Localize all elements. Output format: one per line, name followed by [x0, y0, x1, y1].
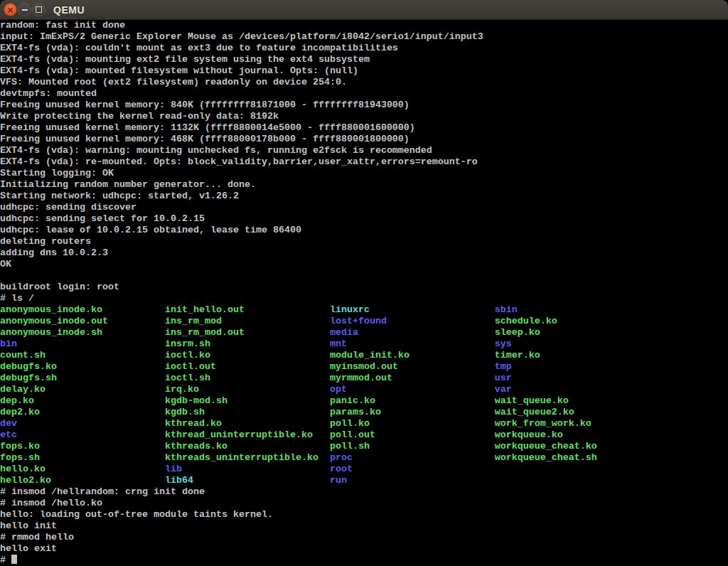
terminal-line: Freeing unused kernel memory: 840K (ffff…	[0, 100, 728, 111]
close-icon: ×	[6, 6, 14, 14]
terminal-line: anonymous_inode.sh ins_rm_mod.out media …	[0, 327, 728, 338]
terminal-line: dev kthread.ko poll.ko work_from_work.ko	[0, 418, 728, 429]
terminal-line: Initializing random number generator... …	[0, 179, 728, 191]
terminal-line: udhcpc: sending discover	[0, 202, 728, 213]
terminal-line: Write protecting the kernel read-only da…	[0, 111, 728, 122]
terminal-line: adding dns 10.0.2.3	[0, 247, 728, 259]
terminal-line: debugfs.ko ioctl.out myinsmod.out tmp	[0, 361, 728, 373]
terminal-line: EXT4-fs (vda): mounted filesystem withou…	[0, 65, 728, 77]
terminal-line: # insmod /hellrandom: crng init done	[0, 486, 728, 498]
terminal-line: EXT4-fs (vda): mounting ext2 file system…	[0, 54, 728, 65]
minimize-icon	[22, 9, 28, 11]
terminal-line: EXT4-fs (vda): couldn't mount as ext3 du…	[0, 43, 728, 54]
terminal-line: Freeing unused kernel memory: 1132K (fff…	[0, 122, 728, 134]
terminal-line: etc kthread_uninterruptible.ko poll.out …	[0, 429, 728, 441]
terminal-line: hello: loading out-of-tree module taints…	[0, 509, 728, 520]
close-button[interactable]: ×	[4, 3, 17, 16]
terminal-line: random: fast init done	[0, 20, 728, 31]
terminal-line: delay.ko irq.ko opt var	[0, 384, 728, 395]
terminal-line: buildroot login: root	[0, 282, 728, 293]
terminal-line: #	[0, 555, 728, 566]
qemu-window: × QEMU random: fast init doneinput: ImEx…	[0, 0, 728, 566]
terminal-cursor	[11, 555, 17, 564]
terminal-line: input: ImExPS/2 Generic Explorer Mouse a…	[0, 31, 728, 43]
terminal-line: udhcpc: lease of 10.0.2.15 obtained, lea…	[0, 225, 728, 236]
terminal-line	[0, 270, 728, 282]
terminal-line: EXT4-fs (vda): warning: mounting uncheck…	[0, 145, 728, 156]
terminal-line: # ls /	[0, 293, 728, 304]
terminal-line: hello init	[0, 520, 728, 532]
terminal-line: count.sh ioctl.ko module_init.ko timer.k…	[0, 350, 728, 361]
terminal-line: fops.ko kthreads.ko poll.sh workqueue_ch…	[0, 441, 728, 452]
window-title: QEMU	[53, 4, 85, 16]
terminal-line: devtmpfs: mounted	[0, 88, 728, 100]
terminal-line: dep2.ko kgdb.sh params.ko wait_queue2.ko	[0, 407, 728, 418]
terminal-line: deleting routers	[0, 236, 728, 247]
terminal-line: OK	[0, 259, 728, 270]
terminal-screen[interactable]: random: fast init doneinput: ImExPS/2 Ge…	[0, 20, 728, 566]
maximize-icon	[36, 6, 42, 13]
terminal-line: Starting network: udhcpc: started, v1.26…	[0, 191, 728, 202]
minimize-button[interactable]	[18, 3, 31, 16]
window-titlebar[interactable]: × QEMU	[0, 0, 728, 20]
terminal-line: udhcpc: sending select for 10.0.2.15	[0, 213, 728, 225]
terminal-line: Freeing unused kernel memory: 468K (ffff…	[0, 134, 728, 145]
terminal-line: Starting logging: OK	[0, 168, 728, 179]
terminal-line: # rmmod hello	[0, 532, 728, 543]
terminal-line: # insmod /hello.ko	[0, 498, 728, 509]
terminal-line: bin insrm.sh mnt sys	[0, 338, 728, 350]
terminal-line: VFS: Mounted root (ext2 filesystem) read…	[0, 77, 728, 88]
terminal-line: debugfs.sh ioctl.sh myrmmod.out usr	[0, 373, 728, 384]
terminal-line: fops.sh kthreads_uninterruptible.ko proc…	[0, 452, 728, 464]
maximize-button[interactable]	[32, 3, 46, 16]
terminal-line: hello exit	[0, 543, 728, 555]
terminal-line: hello2.ko lib64 run	[0, 475, 728, 486]
terminal-line: EXT4-fs (vda): re-mounted. Opts: block_v…	[0, 156, 728, 168]
terminal-line: anonymous_inode.out ins_rm_mod lost+foun…	[0, 316, 728, 327]
terminal-line: dep.ko kgdb-mod.sh panic.ko wait_queue.k…	[0, 395, 728, 407]
terminal-line: anonymous_inode.ko init_hello.out linuxr…	[0, 304, 728, 316]
window-controls: ×	[0, 3, 46, 16]
terminal-line: hello.ko lib root	[0, 464, 728, 475]
